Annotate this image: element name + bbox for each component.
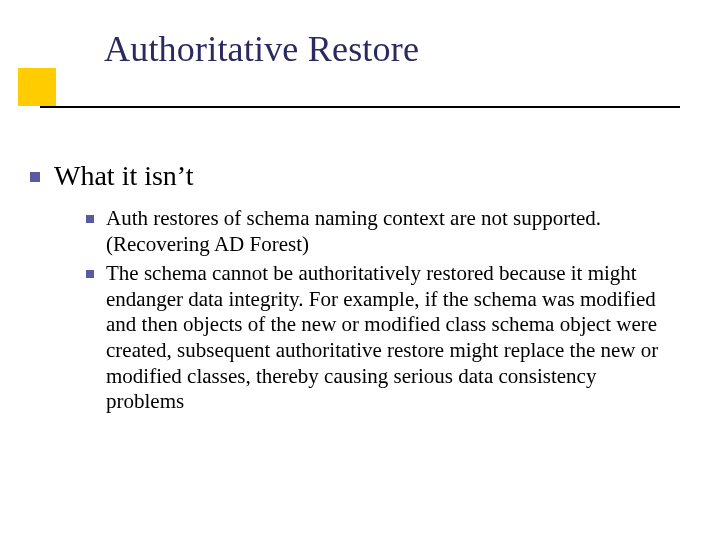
lvl2-item: Auth restores of schema naming context a… — [86, 206, 670, 257]
square-bullet-icon — [86, 215, 94, 223]
lvl1-text: What it isn’t — [54, 160, 193, 192]
title-underline — [40, 106, 680, 108]
square-bullet-icon — [30, 172, 40, 182]
lvl2-text: Auth restores of schema naming context a… — [106, 206, 666, 257]
lvl2-list: Auth restores of schema naming context a… — [86, 206, 670, 415]
lvl2-text: The schema cannot be authoritatively res… — [106, 261, 666, 415]
slide-title: Authoritative Restore — [68, 28, 668, 70]
slide-body: What it isn’t Auth restores of schema na… — [30, 160, 670, 419]
slide: Authoritative Restore What it isn’t Auth… — [0, 0, 720, 540]
lvl2-item: The schema cannot be authoritatively res… — [86, 261, 670, 415]
title-block: Authoritative Restore — [68, 28, 668, 70]
square-bullet-icon — [86, 270, 94, 278]
title-accent-box — [18, 68, 56, 106]
lvl1-item: What it isn’t — [30, 160, 670, 192]
